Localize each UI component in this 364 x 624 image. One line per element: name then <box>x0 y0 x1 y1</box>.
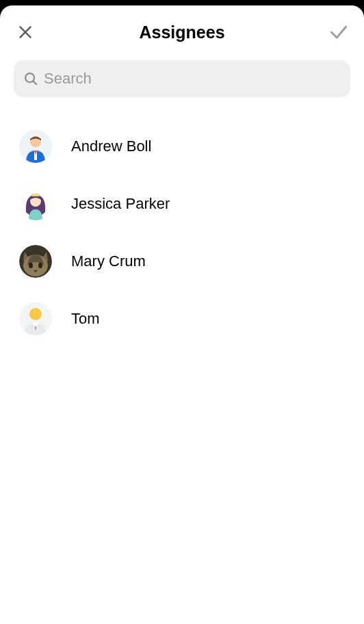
list-item[interactable]: Jessica Parker <box>0 175 364 233</box>
avatar-woman-icon <box>19 187 52 220</box>
confirm-button[interactable] <box>327 21 350 44</box>
svg-point-15 <box>29 308 42 320</box>
header: Assignees <box>0 5 364 55</box>
svg-line-3 <box>33 81 36 84</box>
close-icon <box>16 23 34 41</box>
search-icon <box>23 71 38 86</box>
avatar <box>19 302 52 335</box>
avatar <box>19 130 52 163</box>
close-button[interactable] <box>14 21 37 44</box>
svg-point-13 <box>38 263 42 268</box>
list-item[interactable]: Tom <box>0 290 364 348</box>
svg-rect-9 <box>31 194 40 196</box>
assignee-name: Jessica Parker <box>71 195 170 213</box>
search-input[interactable] <box>44 70 341 88</box>
avatar <box>19 187 52 220</box>
avatar-cat-icon <box>19 245 52 278</box>
assignee-name: Andrew Boll <box>71 138 151 155</box>
assignees-sheet: Assignees Andr <box>0 5 364 624</box>
avatar-person-icon <box>19 302 52 335</box>
page-title: Assignees <box>37 23 327 42</box>
list-item[interactable]: Mary Crum <box>0 233 364 290</box>
avatar-man-icon <box>19 130 52 163</box>
list-item[interactable]: Andrew Boll <box>0 118 364 175</box>
search-field[interactable] <box>14 60 350 97</box>
svg-point-12 <box>29 263 33 268</box>
assignee-list: Andrew Boll Jessica Parker <box>0 104 364 361</box>
avatar <box>19 245 52 278</box>
assignee-name: Tom <box>71 310 100 328</box>
checkmark-icon <box>328 21 350 43</box>
assignee-name: Mary Crum <box>71 252 146 270</box>
